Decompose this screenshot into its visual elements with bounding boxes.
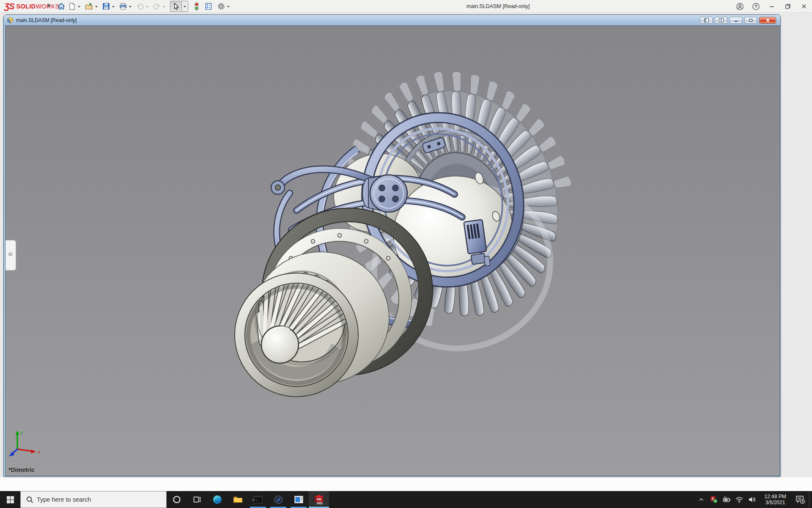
document-title: main.SLDASM [Read-only] — [16, 17, 77, 23]
new-document-icon — [68, 2, 76, 11]
home-icon — [57, 2, 66, 11]
jet-engine-model — [5, 26, 779, 475]
open-icon — [85, 2, 93, 11]
tray-network-button[interactable] — [733, 491, 746, 508]
window-app-icon — [294, 495, 304, 504]
doc-close-icon — [765, 18, 770, 22]
doc-pane-left-button[interactable] — [700, 17, 713, 24]
taskbar-task-view-button[interactable] — [187, 491, 207, 508]
doc-pane-right-button[interactable] — [715, 17, 727, 24]
undo-dropdown[interactable] — [146, 6, 148, 9]
command-prompt-glyph: C:\_ — [252, 499, 258, 502]
new-document-button[interactable] — [67, 1, 77, 12]
options-button[interactable] — [216, 1, 227, 12]
rebuild-traffic-light-icon — [193, 2, 200, 11]
tray-time: 12:48 PM — [764, 494, 786, 500]
svg-text:?: ? — [754, 4, 757, 9]
taskbar-search[interactable] — [20, 491, 167, 508]
system-tray: 12:48 PM 3/5/2021 3 — [695, 491, 812, 508]
close-icon — [801, 3, 807, 9]
taskbar-hexagon-app-button[interactable] — [268, 491, 288, 508]
reference-triad[interactable]: y x — [6, 429, 45, 462]
windows-taskbar: C:\_ SW 2021 — [0, 491, 812, 508]
volume-icon — [748, 496, 757, 503]
print-icon — [119, 2, 127, 11]
svg-text:2021: 2021 — [317, 502, 323, 505]
options-dropdown[interactable] — [227, 6, 230, 9]
restore-icon — [785, 3, 791, 9]
solidworks-app-icon: SW 2021 — [313, 493, 325, 506]
open-dropdown[interactable] — [95, 6, 98, 9]
doc-restore-icon — [749, 18, 753, 22]
tray-volume-button[interactable] — [746, 491, 759, 508]
help-button[interactable]: ? — [748, 0, 764, 13]
tray-battery-button[interactable] — [720, 491, 733, 508]
edge-icon — [212, 494, 222, 505]
doc-close-button[interactable] — [759, 17, 776, 24]
help-icon: ? — [752, 3, 760, 11]
featuremanager-collapsed-tab[interactable] — [5, 240, 16, 271]
action-center-button[interactable]: 3 — [791, 491, 809, 508]
save-dropdown[interactable] — [112, 6, 115, 9]
start-button[interactable] — [0, 491, 20, 508]
home-button[interactable] — [56, 1, 67, 12]
notification-badge: 3 — [801, 500, 803, 503]
gear-icon — [217, 2, 225, 11]
pane-split-icon — [719, 18, 724, 22]
search-input[interactable] — [37, 496, 151, 503]
show-desktop-button[interactable] — [809, 491, 812, 508]
taskbar-command-prompt-button[interactable]: C:\_ — [248, 491, 268, 508]
task-view-icon — [193, 495, 201, 504]
windows-logo-icon — [7, 496, 14, 503]
file-properties-icon — [204, 2, 213, 11]
doc-restore-button[interactable] — [744, 17, 757, 24]
graphics-viewport[interactable]: y x *Dimetric — [5, 26, 779, 475]
solidworks-tray-icon — [710, 496, 718, 503]
redo-dropdown[interactable] — [163, 6, 165, 9]
doc-minimize-button[interactable] — [730, 17, 742, 24]
tray-date: 3/5/2021 — [764, 500, 786, 506]
document-window: main.SLDASM [Read-only] — [3, 14, 781, 477]
rebuild-button[interactable] — [192, 1, 201, 12]
minimize-button[interactable] — [764, 0, 780, 13]
action-center-icon: 3 — [795, 494, 805, 505]
tray-solidworks-status-button[interactable] — [708, 491, 720, 508]
new-document-dropdown[interactable] — [78, 6, 80, 9]
taskbar-cortana-button[interactable] — [167, 491, 187, 508]
undo-button[interactable] — [134, 1, 145, 12]
cortana-icon — [173, 495, 181, 504]
svg-text:SW: SW — [316, 498, 321, 501]
menu-flyout-arrow[interactable] — [48, 3, 53, 8]
close-button[interactable] — [796, 0, 812, 13]
battery-icon — [722, 496, 731, 503]
minimize-icon — [769, 3, 775, 9]
open-button[interactable] — [83, 1, 95, 12]
taskbar-file-explorer-button[interactable] — [228, 491, 248, 508]
assembly-document-icon — [7, 17, 14, 24]
chevron-up-icon — [698, 497, 704, 502]
tray-clock[interactable]: 12:48 PM 3/5/2021 — [759, 491, 791, 508]
select-dropdown[interactable] — [184, 6, 186, 9]
tray-overflow-button[interactable] — [695, 491, 708, 508]
account-button[interactable] — [732, 0, 748, 13]
file-properties-button[interactable] — [203, 1, 214, 12]
triad-y-label: y — [20, 430, 23, 435]
taskbar-solidworks-button[interactable]: SW 2021 — [309, 491, 329, 508]
app-client-area: main.SLDASM [Read-only] — [0, 13, 812, 491]
document-titlebar[interactable]: main.SLDASM [Read-only] — [4, 15, 780, 26]
print-button[interactable] — [118, 1, 129, 12]
select-button[interactable] — [170, 1, 182, 12]
save-button[interactable] — [101, 1, 112, 12]
restore-button[interactable] — [780, 0, 796, 13]
print-dropdown[interactable] — [129, 6, 132, 9]
pane-left-icon — [704, 18, 709, 22]
taskbar-window-app-button[interactable] — [288, 491, 309, 508]
triad-x-label: x — [38, 450, 41, 454]
save-icon — [102, 2, 110, 11]
taskbar-edge-button[interactable] — [207, 491, 228, 508]
solidworks-logo-mark: ƷS — [4, 2, 14, 11]
featuremanager-tab-handle-icon — [8, 252, 12, 256]
file-explorer-icon — [233, 495, 243, 504]
app-window-title: main.SLDASM [Read-only] — [466, 0, 529, 13]
redo-button[interactable] — [151, 1, 162, 12]
